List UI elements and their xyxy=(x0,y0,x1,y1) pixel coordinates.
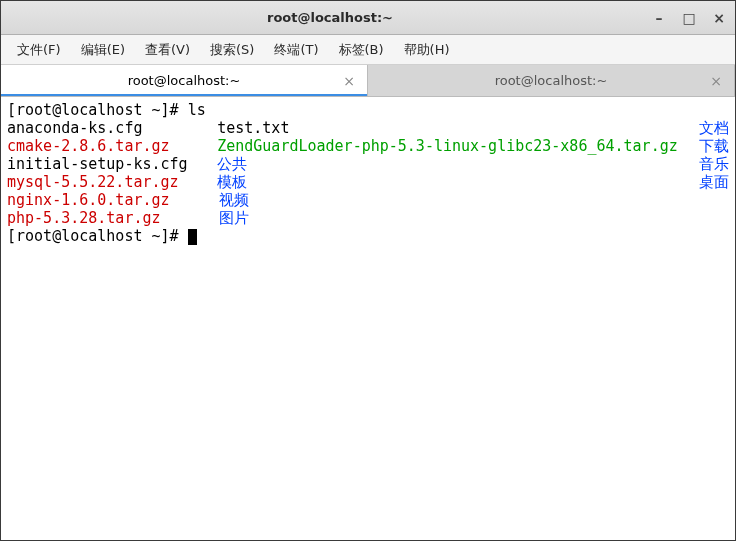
titlebar: root@localhost:~ – □ × xyxy=(1,1,735,35)
menu-terminal[interactable]: 终端(T) xyxy=(264,37,328,63)
cursor xyxy=(188,229,197,245)
file-initial-setup: initial-setup-ks.cfg xyxy=(7,155,217,173)
file-mysql: mysql-5.5.22.tar.gz xyxy=(7,173,217,191)
menu-search[interactable]: 搜索(S) xyxy=(200,37,264,63)
window-title: root@localhost:~ xyxy=(9,10,651,25)
minimize-button[interactable]: – xyxy=(651,10,667,26)
window-controls: – □ × xyxy=(651,10,727,26)
file-nginx: nginx-1.6.0.tar.gz xyxy=(7,191,219,209)
prompt-line-1: [root@localhost ~]# ls xyxy=(7,101,206,119)
dir-templates: 模板 xyxy=(217,173,699,191)
tab-bar: root@localhost:~ × root@localhost:~ × xyxy=(1,65,735,97)
file-test: test.txt xyxy=(217,119,699,137)
dir-music: 音乐 xyxy=(699,155,729,173)
dir-videos: 视频 xyxy=(219,191,705,209)
menu-edit[interactable]: 编辑(E) xyxy=(71,37,135,63)
menu-help[interactable]: 帮助(H) xyxy=(394,37,460,63)
tab-1-label: root@localhost:~ xyxy=(128,73,241,88)
ls-row-2: cmake-2.8.6.tar.gzZendGuardLoader-php-5.… xyxy=(7,137,729,155)
tab-1[interactable]: root@localhost:~ × xyxy=(1,65,368,96)
ls-row-5: nginx-1.6.0.tar.gz视频 xyxy=(7,191,729,209)
ls-row-6: php-5.3.28.tar.gz图片 xyxy=(7,209,729,227)
file-php: php-5.3.28.tar.gz xyxy=(7,209,219,227)
ls-row-4: mysql-5.5.22.tar.gz模板桌面 xyxy=(7,173,729,191)
file-cmake: cmake-2.8.6.tar.gz xyxy=(7,137,217,155)
tab-1-close-icon[interactable]: × xyxy=(343,73,355,89)
menubar: 文件(F) 编辑(E) 查看(V) 搜索(S) 终端(T) 标签(B) 帮助(H… xyxy=(1,35,735,65)
tab-2[interactable]: root@localhost:~ × xyxy=(368,65,735,96)
file-zendguard: ZendGuardLoader-php-5.3-linux-glibc23-x8… xyxy=(217,137,699,155)
tab-2-label: root@localhost:~ xyxy=(495,73,608,88)
dir-pictures: 图片 xyxy=(219,209,705,227)
ls-row-3: initial-setup-ks.cfg公共音乐 xyxy=(7,155,729,173)
terminal-window: root@localhost:~ – □ × 文件(F) 编辑(E) 查看(V)… xyxy=(0,0,736,541)
dir-public: 公共 xyxy=(217,155,699,173)
menu-view[interactable]: 查看(V) xyxy=(135,37,200,63)
menu-file[interactable]: 文件(F) xyxy=(7,37,71,63)
prompt-line-2: [root@localhost ~]# xyxy=(7,227,197,245)
dir-docs: 文档 xyxy=(699,119,729,137)
terminal-output[interactable]: [root@localhost ~]# ls anaconda-ks.cfgte… xyxy=(1,97,735,540)
close-button[interactable]: × xyxy=(711,10,727,26)
file-anaconda: anaconda-ks.cfg xyxy=(7,119,217,137)
dir-downloads: 下载 xyxy=(699,137,729,155)
maximize-button[interactable]: □ xyxy=(681,10,697,26)
dir-desktop: 桌面 xyxy=(699,173,729,191)
menu-tabs[interactable]: 标签(B) xyxy=(329,37,394,63)
tab-2-close-icon[interactable]: × xyxy=(710,73,722,89)
ls-row-1: anaconda-ks.cfgtest.txt文档 xyxy=(7,119,729,137)
